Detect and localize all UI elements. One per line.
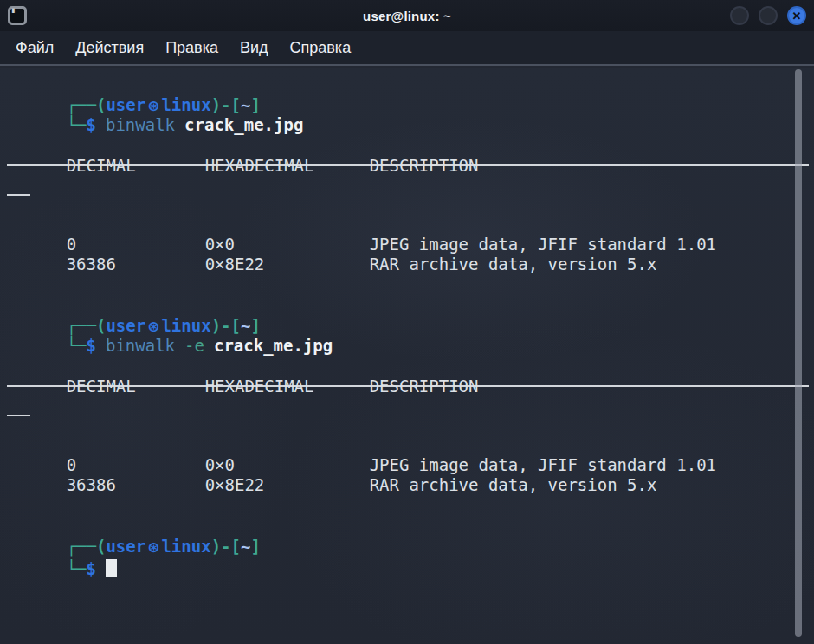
window-title: user@linux: ~ xyxy=(0,9,814,23)
text-cursor xyxy=(106,559,117,577)
command-option: -e xyxy=(184,336,204,355)
scrollbar-thumb[interactable] xyxy=(795,69,802,637)
maximize-button[interactable] xyxy=(759,6,778,25)
separator-wrap xyxy=(7,194,809,215)
menubar: Файл Действия Правка Вид Справка xyxy=(0,31,814,66)
terminal-window: ▘ user@linux: ~ ✕ Файл Действия Правка В… xyxy=(0,0,814,644)
prompt-user: user xyxy=(106,95,145,114)
kali-symbol-icon: ⊛ xyxy=(145,318,161,335)
terminal-viewport[interactable]: ┌──(user⊛linux)-[~] └─$binwalkcrack_me.j… xyxy=(0,68,814,644)
table-row: 00×0JPEG image data, JFIF standard 1.01 xyxy=(7,435,809,455)
prompt-path: ~ xyxy=(241,95,250,114)
menu-file[interactable]: Файл xyxy=(16,39,54,57)
menu-view[interactable]: Вид xyxy=(240,39,268,57)
separator-wrap xyxy=(7,415,809,435)
table-header-1: DECIMALHEXADECIMALDESCRIPTION xyxy=(7,136,809,157)
titlebar: ▘ user@linux: ~ ✕ xyxy=(0,0,814,31)
prompt-line-2: ┌──(user⊛linux)-[~] xyxy=(7,295,809,316)
menu-edit[interactable]: Правка xyxy=(165,39,218,57)
close-button[interactable]: ✕ xyxy=(787,6,806,25)
prompt-frame: ┌──( xyxy=(67,95,107,114)
menu-actions[interactable]: Действия xyxy=(75,39,144,57)
window-controls: ✕ xyxy=(730,6,806,25)
minimize-button[interactable] xyxy=(730,6,749,25)
prompt-line-3: ┌──(user⊛linux)-[~] xyxy=(7,516,809,537)
menu-help[interactable]: Справка xyxy=(290,39,352,57)
command-arg: crack_me.jpg xyxy=(214,336,333,355)
prompt-host: linux xyxy=(161,95,210,114)
kali-symbol-icon: ⊛ xyxy=(145,538,161,556)
command-text: binwalk xyxy=(106,115,175,134)
command-text: binwalk xyxy=(106,336,175,355)
table-row: 00×0JPEG image data, JFIF standard 1.01 xyxy=(7,214,809,235)
close-icon: ✕ xyxy=(792,10,802,22)
command-arg: crack_me.jpg xyxy=(184,115,303,134)
kali-symbol-icon: ⊛ xyxy=(145,97,161,114)
table-header-2: DECIMALHEXADECIMALDESCRIPTION xyxy=(7,357,809,377)
prompt-line-1: ┌──(user⊛linux)-[~] xyxy=(7,74,809,95)
